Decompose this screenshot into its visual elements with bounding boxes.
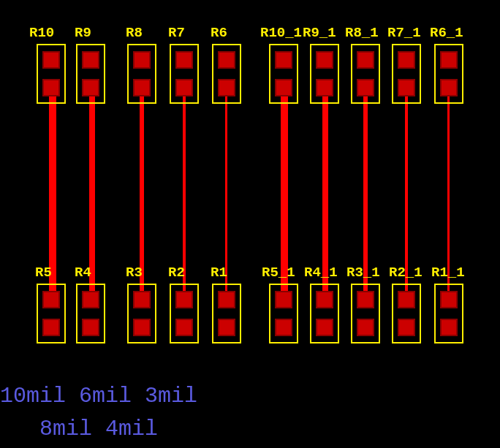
component-R5[interactable] <box>37 284 66 343</box>
refdes-R3: R3 <box>126 265 143 281</box>
pad[interactable] <box>440 319 458 336</box>
footer-line-2: 8mil 4mil <box>0 417 158 441</box>
pad[interactable] <box>275 79 292 96</box>
component-R8[interactable] <box>127 44 156 104</box>
pad[interactable] <box>316 319 333 336</box>
refdes-R4_1: R4_1 <box>304 265 338 281</box>
pad[interactable] <box>218 319 235 336</box>
refdes-R10_1: R10_1 <box>260 25 302 41</box>
refdes-R7: R7 <box>168 25 185 41</box>
component-R4_1[interactable] <box>310 284 339 343</box>
footer-line-1: 10mil 6mil 3mil <box>0 384 197 409</box>
refdes-R6_1: R6_1 <box>430 25 463 41</box>
component-R4[interactable] <box>76 284 105 343</box>
component-R8_1[interactable] <box>351 44 380 104</box>
pad[interactable] <box>42 319 60 336</box>
refdes-R1_1: R1_1 <box>431 265 465 281</box>
pad[interactable] <box>316 291 333 308</box>
pad[interactable] <box>357 291 374 308</box>
refdes-R4: R4 <box>75 265 91 281</box>
pad[interactable] <box>398 319 415 336</box>
refdes-R1: R1 <box>211 265 227 281</box>
refdes-R9: R9 <box>75 25 91 41</box>
pad[interactable] <box>275 51 292 69</box>
pad[interactable] <box>133 291 151 308</box>
pad[interactable] <box>42 291 60 308</box>
pad[interactable] <box>82 51 99 69</box>
pad[interactable] <box>218 79 235 96</box>
refdes-R5_1: R5_1 <box>262 265 295 281</box>
pcb-canvas[interactable]: R10R9R8R7R6R10_1R9_1R8_1R7_1R6_1R5R4R3R2… <box>0 0 500 373</box>
component-R10_1[interactable] <box>269 44 298 104</box>
refdes-R9_1: R9_1 <box>303 25 336 41</box>
component-R2_1[interactable] <box>392 284 421 343</box>
refdes-R8: R8 <box>126 25 143 41</box>
pad[interactable] <box>218 291 235 308</box>
pad[interactable] <box>218 51 235 69</box>
pad[interactable] <box>440 79 458 96</box>
pad[interactable] <box>82 319 99 336</box>
component-R7[interactable] <box>170 44 199 104</box>
refdes-R7_1: R7_1 <box>387 25 421 41</box>
refdes-R5: R5 <box>35 265 52 281</box>
component-R3_1[interactable] <box>351 284 380 343</box>
pad[interactable] <box>398 291 415 308</box>
pad[interactable] <box>42 79 60 96</box>
component-R6_1[interactable] <box>434 44 463 104</box>
refdes-R2: R2 <box>168 265 185 281</box>
pad[interactable] <box>82 79 99 96</box>
pad[interactable] <box>42 51 60 69</box>
component-R5_1[interactable] <box>269 284 298 343</box>
refdes-R3_1: R3_1 <box>346 265 380 281</box>
pad[interactable] <box>357 319 374 336</box>
refdes-R6: R6 <box>211 25 227 41</box>
pad[interactable] <box>440 291 458 308</box>
pad[interactable] <box>133 79 151 96</box>
component-R10[interactable] <box>37 44 66 104</box>
refdes-R8_1: R8_1 <box>345 25 379 41</box>
pad[interactable] <box>316 79 333 96</box>
pad[interactable] <box>398 51 415 69</box>
component-R9_1[interactable] <box>310 44 339 104</box>
pad[interactable] <box>357 51 374 69</box>
component-R9[interactable] <box>76 44 105 104</box>
component-R7_1[interactable] <box>392 44 421 104</box>
pad[interactable] <box>133 319 151 336</box>
component-R1[interactable] <box>212 284 241 343</box>
refdes-R10: R10 <box>29 25 54 41</box>
component-R2[interactable] <box>170 284 199 343</box>
pad[interactable] <box>175 79 193 96</box>
component-R1_1[interactable] <box>434 284 463 343</box>
pad[interactable] <box>440 51 458 69</box>
pad[interactable] <box>175 291 193 308</box>
pad[interactable] <box>175 51 193 69</box>
pad[interactable] <box>398 79 415 96</box>
pad[interactable] <box>275 291 292 308</box>
component-R3[interactable] <box>127 284 156 343</box>
component-R6[interactable] <box>212 44 241 104</box>
pad[interactable] <box>316 51 333 69</box>
pad[interactable] <box>275 319 292 336</box>
pad[interactable] <box>82 291 99 308</box>
pad[interactable] <box>175 319 193 336</box>
pad[interactable] <box>357 79 374 96</box>
pad[interactable] <box>133 51 151 69</box>
refdes-R2_1: R2_1 <box>389 265 423 281</box>
